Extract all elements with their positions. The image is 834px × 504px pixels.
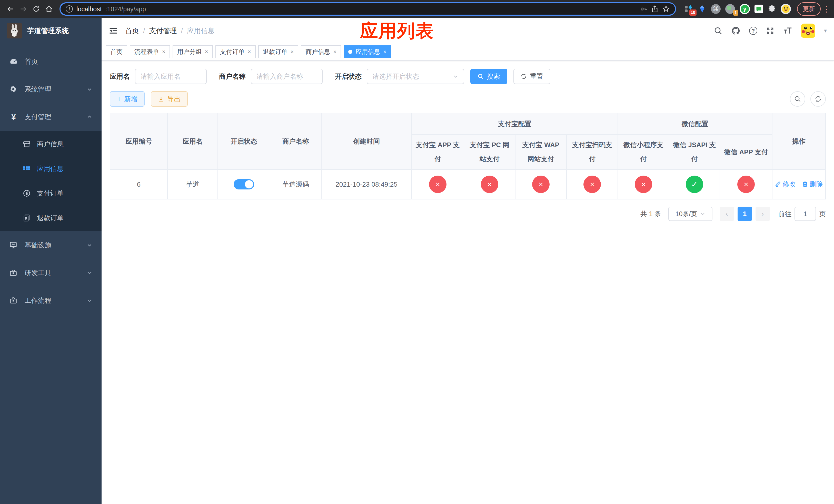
col-merchant: 商户名称 — [270, 113, 321, 169]
user-avatar[interactable] — [801, 24, 815, 38]
tab-app-info[interactable]: 应用信息 × — [344, 45, 391, 58]
delete-link[interactable]: 删除 — [802, 180, 823, 189]
close-icon[interactable]: × — [290, 49, 294, 54]
col-alipay-qr: 支付宝扫码支付 — [567, 135, 618, 169]
tab-pay-order[interactable]: 支付订单 × — [215, 45, 256, 58]
document-icon — [23, 214, 31, 222]
app-logo[interactable]: 芋道管理系统 — [0, 18, 102, 44]
sidebar-item-home[interactable]: 首页 — [0, 48, 102, 75]
sidebar-item-label: 系统管理 — [25, 85, 51, 94]
monitor-chart-icon — [9, 241, 18, 249]
briefcase-icon — [9, 269, 18, 277]
tab-merchant-info[interactable]: 商户信息 × — [301, 45, 341, 58]
active-dot — [348, 50, 352, 54]
export-button[interactable]: 导出 — [151, 91, 188, 107]
goto-page-input[interactable] — [794, 207, 816, 221]
toggle-search-button[interactable] — [790, 91, 805, 107]
enabled-toggle[interactable] — [234, 179, 254, 189]
sidebar-item-label: 工作流程 — [25, 296, 51, 305]
sidebar-item-refund-order[interactable]: 退款订单 — [0, 206, 102, 230]
extension-y-icon[interactable]: y — [740, 4, 750, 14]
forward-icon — [17, 3, 30, 15]
extension-area: 10 ⌘ 1 y — [684, 4, 791, 14]
col-alipay-pc: 支付宝 PC 网站支付 — [464, 135, 515, 169]
sidebar-item-devtools[interactable]: 研发工具 — [0, 259, 102, 287]
extension-recorder-icon[interactable]: 1 — [725, 4, 735, 14]
reset-button[interactable]: 重置 — [513, 69, 550, 84]
profile-avatar-icon[interactable] — [781, 4, 791, 14]
extension-chat-icon[interactable] — [754, 5, 763, 13]
sidebar-item-app-info[interactable]: 应用信息 — [0, 156, 102, 181]
extension-gem-icon[interactable] — [698, 5, 706, 13]
cross-circle-icon: × — [532, 176, 550, 193]
tab-process-form[interactable]: 流程表单 × — [130, 45, 170, 58]
pagination: 共 1 条 10条/页 ‹ 1 › 前往 页 — [110, 207, 826, 221]
sidebar-item-workflow[interactable]: 工作流程 — [0, 287, 102, 314]
col-alipay-wap: 支付宝 WAP 网站支付 — [515, 135, 567, 169]
yen-icon: ¥ — [9, 112, 18, 122]
breadcrumb-current: 应用信息 — [187, 26, 215, 36]
sidebar-item-pay[interactable]: ¥ 支付管理 — [0, 103, 102, 131]
refresh-icon — [521, 73, 527, 79]
trash-icon — [802, 181, 808, 187]
total-count: 共 1 条 — [640, 209, 661, 219]
extensions-puzzle-icon[interactable] — [768, 5, 776, 13]
close-icon[interactable]: × — [383, 49, 387, 54]
close-icon[interactable]: × — [248, 49, 251, 54]
password-key-icon[interactable] — [640, 5, 647, 13]
tab-home[interactable]: 首页 — [106, 45, 127, 58]
close-icon[interactable]: × — [333, 49, 336, 54]
breadcrumb-home[interactable]: 首页 — [125, 26, 139, 36]
collapse-sidebar-icon[interactable] — [109, 26, 118, 36]
home-icon[interactable] — [43, 3, 56, 15]
github-icon[interactable] — [731, 26, 740, 36]
add-button[interactable]: + 新增 — [110, 91, 145, 107]
dashboard-icon — [9, 57, 18, 66]
caret-down-icon[interactable]: ▾ — [824, 27, 827, 34]
sidebar-item-system[interactable]: 系统管理 — [0, 75, 102, 103]
site-info-icon[interactable]: i — [66, 5, 73, 13]
sidebar-item-infra[interactable]: 基础设施 — [0, 231, 102, 259]
browser-menu-icon[interactable]: ⋮ — [823, 5, 830, 14]
grid-icon — [23, 165, 31, 173]
refresh-table-button[interactable] — [810, 91, 826, 107]
url-bar[interactable]: i localhost :1024/pay/app — [60, 2, 676, 16]
back-icon[interactable] — [4, 3, 17, 15]
chevron-down-icon — [453, 74, 459, 79]
search-icon — [478, 73, 484, 79]
share-icon[interactable] — [651, 5, 659, 13]
edit-link[interactable]: 修改 — [775, 180, 796, 189]
extension-blocks-icon[interactable]: 10 — [684, 4, 694, 14]
prev-page-button[interactable]: ‹ — [720, 207, 734, 221]
merchant-name-input[interactable] — [251, 69, 323, 84]
group-wechat-config: 微信配置 — [618, 113, 772, 135]
page-size-select[interactable]: 10条/页 — [668, 207, 712, 221]
fullscreen-icon[interactable] — [766, 27, 774, 35]
bookmark-star-icon[interactable] — [662, 5, 670, 13]
sidebar-item-merchant-info[interactable]: 商户信息 — [0, 132, 102, 156]
extension-badge: 10 — [689, 9, 697, 16]
sidebar-item-label: 退款订单 — [37, 213, 64, 223]
sidebar-item-pay-order[interactable]: 支付订单 — [0, 181, 102, 206]
cell-app-id: 6 — [110, 169, 168, 199]
search-button[interactable]: 搜索 — [470, 69, 507, 84]
status-select[interactable]: 请选择开启状态 — [367, 69, 464, 84]
update-button[interactable]: 更新 — [797, 2, 821, 16]
cross-circle-icon: × — [584, 176, 601, 193]
close-icon[interactable]: × — [162, 49, 166, 54]
page-number-button[interactable]: 1 — [738, 207, 752, 221]
table-toolbar: + 新增 导出 — [110, 91, 826, 107]
close-icon[interactable]: × — [205, 49, 208, 54]
search-icon — [794, 95, 801, 102]
reload-icon[interactable] — [30, 3, 43, 15]
extension-command-icon[interactable]: ⌘ — [711, 4, 721, 14]
yen-circle-icon — [23, 189, 31, 198]
search-icon[interactable] — [714, 26, 722, 35]
next-page-button[interactable]: › — [755, 207, 770, 221]
help-icon[interactable]: ? — [749, 27, 757, 35]
font-size-icon[interactable] — [783, 27, 792, 35]
tab-user-group[interactable]: 用户分组 × — [173, 45, 213, 58]
app-name-input[interactable] — [135, 69, 207, 84]
breadcrumb-pay[interactable]: 支付管理 — [149, 26, 177, 36]
tab-refund-order[interactable]: 退款订单 × — [258, 45, 299, 58]
